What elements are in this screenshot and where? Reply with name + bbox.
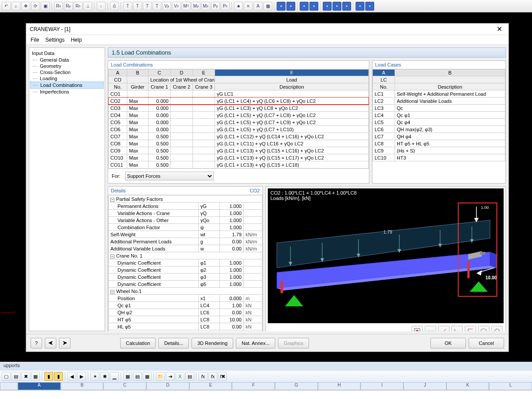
tool-tree-icon[interactable]: ♣ (234, 2, 243, 11)
lc-row[interactable]: CO2Max0.000γG (LC1 + LC4) + γQ (LC6 + LC… (109, 98, 369, 105)
lc-row[interactable]: CO3Max0.000γG (LC1 + LC3) + γQ LC8 + γQo… (109, 105, 369, 112)
prev-button[interactable]: ⮜ (45, 338, 56, 348)
tool-vz-icon[interactable]: Vz (172, 2, 181, 11)
details-table[interactable]: −Partial Safety FactorsPermanent Actions… (108, 195, 262, 331)
lc-row[interactable]: CO11Max0.500γG (LC1 + LC13) + γQ (LC15 +… (109, 161, 369, 168)
rb-mark2-icon[interactable]: ✱ (100, 372, 109, 381)
tool-pz-icon[interactable]: Pz (221, 2, 230, 11)
tool-mz-icon[interactable]: Mz (201, 2, 210, 11)
rb-chart-icon[interactable]: ▁ (110, 372, 119, 381)
tool-rx-icon[interactable]: Rx (54, 2, 63, 11)
detail-row[interactable]: Dynamic Coefficientφ51.000 (109, 281, 262, 288)
sheet-col[interactable]: I (360, 382, 403, 390)
close-icon[interactable]: ✕ (494, 25, 505, 33)
sheet-row[interactable] (0, 390, 532, 399)
detail-row[interactable]: QH φ2LC60.00kN (109, 309, 262, 316)
tool-vy-icon[interactable]: Vy (162, 2, 171, 11)
lc-row[interactable]: CO4Max0.000γG (LC1 + LC5) + γQ (LC7 + LC… (109, 112, 369, 119)
viewer-axis3-icon[interactable] (465, 326, 476, 331)
tool-t3-icon[interactable]: T (143, 2, 152, 11)
tool-m1-icon[interactable]: ▪ (277, 2, 286, 11)
detail-row[interactable]: Variable Actions - OtherγQo1.000 (109, 217, 262, 224)
tool-mt-icon[interactable]: MT (182, 2, 191, 11)
tree-item[interactable]: Imperfections (30, 89, 104, 95)
detail-row[interactable]: Additional Permanent Loadsg0.00kN/m (109, 238, 262, 245)
tool-t2-icon[interactable]: T (133, 2, 142, 11)
detail-row[interactable]: Positionx10.000m (109, 295, 262, 302)
tool-m2-icon[interactable]: ▪ (286, 2, 295, 11)
rb-grid-icon[interactable]: ▦ (123, 372, 132, 381)
tool-section-icon[interactable]: ⊥ (83, 2, 92, 11)
rb-excel-icon[interactable]: X (176, 372, 184, 381)
case-row[interactable]: LC10HT3 (373, 154, 505, 161)
viewer-3d[interactable]: 1.79 1.00 10.00 (268, 188, 504, 323)
detail-row[interactable]: Permanent ActionsγG1.000 (109, 203, 262, 210)
rb-fx-del-icon[interactable]: f✖ (218, 372, 227, 381)
next-button[interactable]: ⮞ (59, 338, 70, 348)
lc-row[interactable]: CO9Max0.500γG (LC1 + LC13) + γQ (LC15 + … (109, 147, 369, 154)
sheet-col[interactable]: L (489, 382, 532, 390)
rb-mark1-icon[interactable]: ✶ (90, 372, 99, 381)
sheet-col[interactable]: B (61, 382, 104, 390)
detail-row[interactable]: Dynamic Coefficientφ11.000 (109, 259, 262, 266)
tool-m5-icon[interactable]: ▪ (323, 2, 332, 11)
viewer-print-icon[interactable] (491, 326, 503, 331)
detail-row[interactable]: Qc φ1LC41.00kN (109, 302, 262, 309)
case-row[interactable]: LC1Self-Weight + Additional Permanent Lo… (373, 90, 505, 98)
tool-iso-icon[interactable]: ▣ (41, 2, 50, 11)
rb-next-icon[interactable]: ▶ (77, 372, 86, 381)
cancel-button[interactable]: Cancel (469, 338, 504, 348)
detail-row[interactable]: −Partial Safety Factors (109, 196, 262, 203)
render-button[interactable]: 3D Rendering (192, 338, 233, 348)
rb-folder-icon[interactable]: 📁 (156, 372, 165, 381)
tool-load-icon[interactable]: ↓ (97, 2, 106, 11)
tree-item[interactable]: Cross-Section (30, 69, 104, 75)
tool-indent-icon[interactable]: ≡ (244, 2, 253, 11)
rb-export-icon[interactable]: ▦ (31, 372, 40, 381)
tool-my-icon[interactable]: My (192, 2, 200, 11)
case-row[interactable]: LC6QH max(φ2, φ3) (373, 126, 505, 133)
rb-open-icon[interactable]: ▤ (12, 372, 20, 381)
sheet-col[interactable]: H (318, 382, 361, 390)
tool-m7-icon[interactable]: ▪ (342, 2, 351, 11)
case-row[interactable]: LC2Additional Variable Loads (373, 98, 505, 105)
lc-row[interactable]: CO8Max0.500γG (LC1 + LC11) + γQ LC16 + γ… (109, 140, 369, 147)
ok-button[interactable]: OK (430, 338, 466, 348)
lc-row[interactable]: CO10Max0.500γG (LC1 + LC13) + γQ (LC15 +… (109, 154, 369, 161)
sheet-col[interactable]: E (189, 382, 232, 390)
tree-item[interactable]: Loading (30, 75, 104, 82)
detail-row[interactable]: −Crane No. 1 (109, 252, 262, 259)
annex-button[interactable]: Nat. Annex... (236, 338, 275, 348)
sheet-col[interactable]: G (275, 382, 318, 390)
help-button[interactable]: ? (31, 338, 42, 348)
tool-m9-icon[interactable]: ▪ (365, 2, 374, 11)
sheet-col[interactable]: K (446, 382, 489, 390)
rb-fx2-icon[interactable]: fx (208, 372, 217, 381)
sheet-col[interactable]: C (103, 382, 146, 390)
rb-calc-icon[interactable]: ▤ (185, 372, 194, 381)
rb-del-icon[interactable]: ✖ (21, 372, 30, 381)
calculation-button[interactable]: Calculation (120, 338, 156, 348)
lc-row[interactable]: CO1γG LC1 (109, 90, 369, 98)
rb-colors-icon[interactable]: ▦ (143, 372, 152, 381)
tool-m3-icon[interactable]: ▪ (300, 2, 309, 11)
case-row[interactable]: LC5Qc φ4 (373, 119, 505, 126)
tool-text-icon[interactable]: A (254, 2, 262, 11)
case-row[interactable]: LC7QH φ4 (373, 133, 505, 140)
menu-settings[interactable]: Settings (45, 37, 64, 43)
viewer-iso-icon[interactable] (478, 326, 489, 331)
dialog-titlebar[interactable]: CRANEWAY - [1] ✕ (26, 23, 509, 35)
rb-arrow-icon[interactable]: ➜ (166, 372, 175, 381)
rb-sheet-icon[interactable]: ▤ (133, 372, 142, 381)
tool-m4-icon[interactable]: ▪ (309, 2, 318, 11)
tree-item[interactable]: Geometry (30, 63, 104, 69)
viewer-axis2-icon[interactable] (451, 326, 463, 331)
tool-zoom-icon[interactable]: ⌕ (12, 2, 20, 11)
tool-m6-icon[interactable]: ▪ (332, 2, 341, 11)
tree-item[interactable]: General Data (30, 57, 104, 63)
case-row[interactable]: LC8HT φ5 + HL φ5 (373, 140, 505, 147)
tool-ry-icon[interactable]: Ry (64, 2, 73, 11)
case-row[interactable]: LC4Qc φ1 (373, 112, 505, 119)
detail-row[interactable]: Dynamic Coefficientφ31.000 (109, 274, 262, 281)
detail-row[interactable]: Combination Factorψ1.000 (109, 224, 262, 231)
